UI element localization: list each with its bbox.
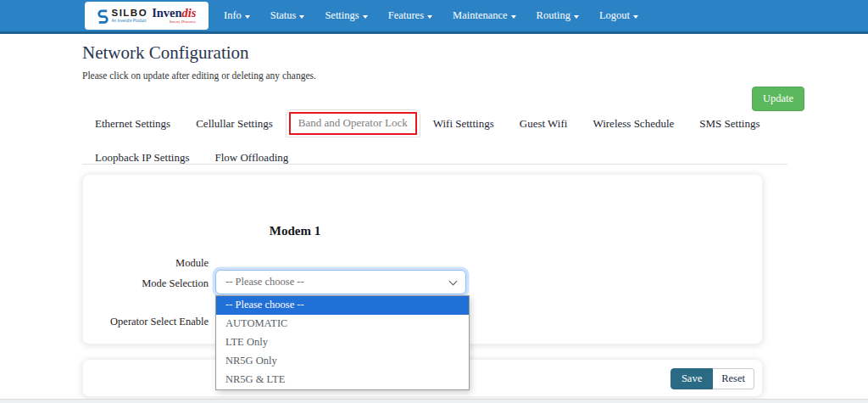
invendis-name: Invendis [152, 7, 196, 20]
dropdown-option-lte-only[interactable]: LTE Only [216, 333, 469, 352]
dropdown-option-nr5g-and-lte[interactable]: NR5G & LTE [216, 371, 469, 389]
tab-band-and-operator-lock[interactable]: Band and Operator Lock [286, 109, 420, 137]
module-label: Module [83, 257, 209, 270]
active-tab-highlight: Band and Operator Lock [289, 112, 417, 135]
chevron-down-icon [449, 277, 458, 285]
save-button[interactable]: Save [670, 368, 713, 389]
caret-down-icon [427, 15, 432, 19]
mode-selection-dropdown: -- Please choose -- AUTOMATIC LTE Only N… [215, 295, 470, 390]
brand-name: SILBO [111, 8, 147, 19]
nav-item-label: Routing [537, 9, 570, 22]
tab-row-1: Ethernet Settings Cellullar Settings Ban… [82, 109, 787, 137]
reset-button[interactable]: Reset [713, 368, 754, 389]
caret-down-icon [511, 15, 516, 19]
tab-row-2: Loopback IP Settings Flow Offloading [82, 145, 787, 171]
dropdown-option-nr5g-only[interactable]: NR5G Only [216, 352, 469, 371]
tab-sms-settings[interactable]: SMS Settings [687, 111, 772, 137]
modem-settings-card: Modem 1 Module Mode Selection -- Please … [82, 174, 763, 344]
dropdown-option-automatic[interactable]: AUTOMATIC [216, 315, 469, 333]
caret-down-icon [633, 15, 638, 19]
top-navbar: SILBO An Invendis Product Invendis Inven… [0, 0, 868, 34]
nav-item-label: Settings [325, 9, 359, 22]
nav-item-label: Maintenance [453, 9, 508, 22]
tab-guest-wifi[interactable]: Guest Wifi [507, 111, 581, 137]
brand-logo[interactable]: SILBO An Invendis Product Invendis Inven… [85, 2, 209, 30]
settings-tab-bar: Ethernet Settings Cellullar Settings Ban… [82, 109, 787, 171]
nav-item-label: Status [270, 9, 297, 22]
tab-loopback-ip-settings[interactable]: Loopback IP Settings [82, 145, 202, 171]
tab-wifi-settings[interactable]: Wifi Setttings [420, 111, 507, 137]
tab-cellular-settings[interactable]: Cellullar Settings [183, 111, 286, 137]
page-bottom-band [0, 399, 868, 403]
nav-item-routing[interactable]: Routing [537, 9, 579, 22]
operator-select-enable-label: Operator Select Enable [83, 316, 209, 328]
page-subtitle: Please click on update after editing or … [82, 70, 316, 81]
tab-flow-offloading[interactable]: Flow Offloading [202, 145, 301, 171]
tabs-divider [82, 164, 787, 165]
caret-down-icon [363, 15, 368, 19]
mode-selection-value: -- Please choose -- [225, 276, 450, 288]
nav-item-settings[interactable]: Settings [325, 9, 367, 22]
caret-down-icon [574, 15, 579, 19]
modem-section-title: Modem 1 [83, 224, 507, 238]
silbo-logo: SILBO An Invendis Product [97, 8, 147, 24]
invendis-tagline: Invent, Discover. [170, 20, 197, 25]
mode-selection-select[interactable]: -- Please choose -- [215, 270, 466, 294]
nav-item-logout[interactable]: Logout [599, 9, 638, 22]
brand-tagline: An Invendis Product [111, 20, 147, 24]
nav-item-info[interactable]: Info [224, 9, 250, 22]
nav-item-status[interactable]: Status [270, 9, 305, 22]
tab-ethernet-settings[interactable]: Ethernet Settings [82, 111, 183, 137]
nav-item-label: Features [388, 9, 424, 22]
update-button[interactable]: Update [752, 87, 804, 111]
main-menu: Info Status Settings Features Maintenanc… [224, 9, 638, 22]
nav-item-label: Info [224, 9, 242, 22]
tab-wireless-schedule[interactable]: Wireless Schedule [580, 111, 687, 137]
page-title: Network Configuration [82, 42, 249, 64]
nav-item-features[interactable]: Features [388, 9, 432, 22]
dropdown-option-please-choose[interactable]: -- Please choose -- [216, 296, 469, 315]
nav-item-maintenance[interactable]: Maintenance [453, 9, 516, 22]
caret-down-icon [245, 15, 250, 19]
mode-selection-label: Mode Selection [83, 277, 209, 290]
silbo-s-icon [97, 8, 109, 24]
invendis-logo: Invendis Invent, Discover. [152, 7, 196, 25]
caret-down-icon [299, 15, 304, 19]
nav-item-label: Logout [599, 9, 630, 22]
save-reset-button-group: Save Reset [670, 368, 754, 389]
